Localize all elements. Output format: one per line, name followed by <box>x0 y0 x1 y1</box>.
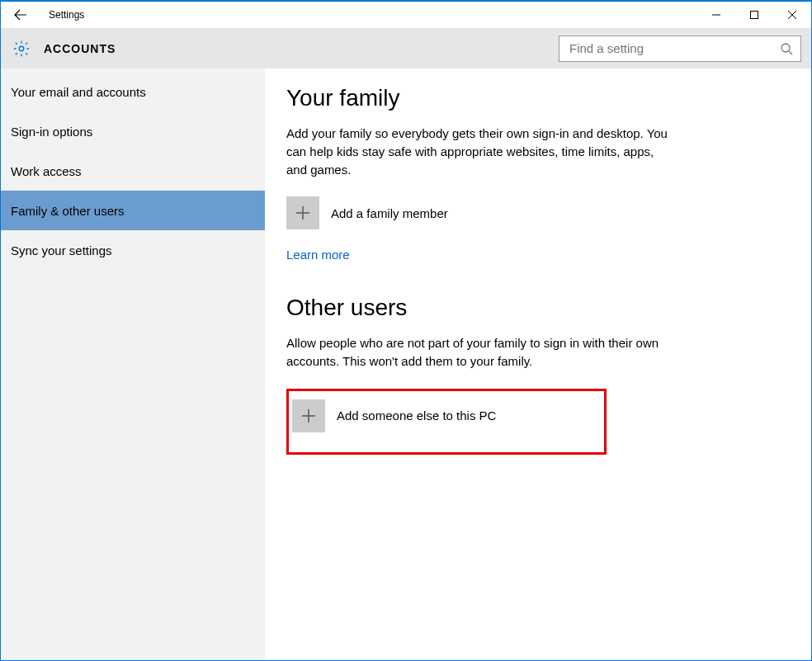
sidebar-item-family-other-users[interactable]: Family & other users <box>1 191 265 230</box>
main-content: Your family Add your family so everybody… <box>265 68 811 660</box>
search-container <box>559 35 801 62</box>
add-someone-else-button[interactable]: Add someone else to this PC <box>286 389 607 455</box>
search-input[interactable] <box>559 35 801 62</box>
other-users-section: Other users Allow people who are not par… <box>286 295 786 455</box>
sidebar-item-work-access[interactable]: Work access <box>1 151 265 191</box>
window-controls <box>697 2 811 28</box>
family-description: Add your family so everybody gets their … <box>286 125 674 178</box>
svg-point-2 <box>781 44 790 52</box>
titlebar: Settings <box>1 2 811 28</box>
body: Your email and accounts Sign-in options … <box>1 68 811 660</box>
close-button[interactable] <box>773 2 811 28</box>
sidebar-item-signin-options[interactable]: Sign-in options <box>1 111 265 151</box>
back-button[interactable] <box>1 2 40 28</box>
header: ACCOUNTS <box>1 28 811 68</box>
svg-rect-0 <box>751 12 758 19</box>
family-title: Your family <box>286 85 786 111</box>
sidebar-item-email-accounts[interactable]: Your email and accounts <box>1 72 265 111</box>
learn-more-link[interactable]: Learn more <box>286 248 350 262</box>
gear-icon <box>12 40 31 58</box>
search-icon <box>780 42 793 55</box>
sidebar: Your email and accounts Sign-in options … <box>1 68 265 660</box>
other-users-title: Other users <box>286 295 786 321</box>
add-family-label: Add a family member <box>331 206 448 220</box>
window-title: Settings <box>49 9 84 21</box>
add-someone-label: Add someone else to this PC <box>337 408 496 423</box>
header-label: ACCOUNTS <box>44 42 116 55</box>
other-users-description: Allow people who are not part of your fa… <box>286 334 674 371</box>
plus-icon <box>292 399 325 432</box>
plus-icon <box>286 196 319 229</box>
add-family-member-button[interactable]: Add a family member <box>286 196 786 229</box>
minimize-button[interactable] <box>697 2 735 28</box>
maximize-button[interactable] <box>735 2 773 28</box>
svg-point-1 <box>19 46 24 51</box>
sidebar-item-sync-settings[interactable]: Sync your settings <box>1 230 265 270</box>
